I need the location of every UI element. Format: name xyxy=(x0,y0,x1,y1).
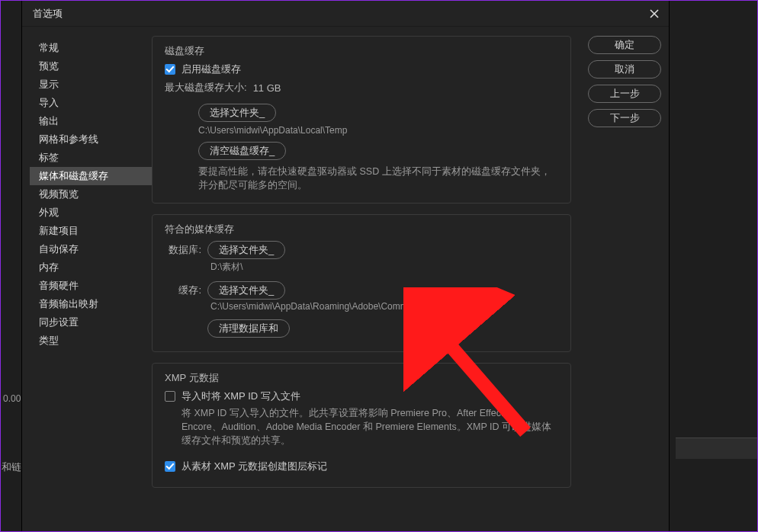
enable-disk-cache-label: 启用磁盘缓存 xyxy=(181,62,241,76)
bg-panel-strip xyxy=(676,437,758,459)
bg-timecode: 0.00 xyxy=(3,393,21,404)
xmp-write-checkbox[interactable] xyxy=(165,391,175,402)
db-label: 数据库: xyxy=(165,243,201,257)
sidebar-item-grids[interactable]: 网格和参考线 xyxy=(30,130,152,149)
xmp-panel: XMP 元数据 导入时将 XMP ID 写入文件 将 XMP ID 写入导入的文… xyxy=(152,363,571,488)
xmp-write-label: 导入时将 XMP ID 写入文件 xyxy=(181,389,300,403)
sidebar-item-new-project[interactable]: 新建项目 xyxy=(30,222,152,240)
sidebar: 常规 预览 显示 导入 输出 网格和参考线 标签 媒体和磁盘缓存 视频预览 外观… xyxy=(30,36,152,524)
clean-db-cache-button[interactable]: 清理数据库和 xyxy=(207,319,290,338)
sidebar-item-output[interactable]: 输出 xyxy=(30,112,152,130)
bg-panel-label: 和链 xyxy=(2,460,21,474)
xmp-write-help: 将 XMP ID 写入导入的文件。此共享设置将影响 Premiere Pro、A… xyxy=(165,406,558,447)
sidebar-item-display[interactable]: 显示 xyxy=(30,75,152,94)
titlebar: 首选项 xyxy=(22,1,669,27)
dialog-buttons: 确定 取消 上一步 下一步 xyxy=(588,36,661,127)
cancel-button[interactable]: 取消 xyxy=(588,60,661,79)
sidebar-item-memory[interactable]: 内存 xyxy=(30,258,152,277)
cache-label: 缓存: xyxy=(165,284,201,297)
media-cache-heading: 符合的媒体缓存 xyxy=(165,223,558,236)
max-cache-label: 最大磁盘缓存大小: xyxy=(165,81,247,95)
sidebar-item-video-preview[interactable]: 视频预览 xyxy=(30,185,152,204)
sidebar-item-sync[interactable]: 同步设置 xyxy=(30,313,152,332)
sidebar-item-audio-output[interactable]: 音频输出映射 xyxy=(30,295,152,313)
max-cache-value[interactable]: 11 GB xyxy=(253,82,281,94)
main-content: 确定 取消 上一步 下一步 磁盘缓存 启用磁盘缓存 最大磁盘缓存大小: 11 G… xyxy=(152,36,661,524)
empty-disk-cache-button[interactable]: 清空磁盘缓存_ xyxy=(198,142,286,160)
disk-cache-help: 要提高性能，请在快速硬盘驱动器或 SSD 上选择不同于素材的磁盘缓存文件夹，并分… xyxy=(165,165,558,192)
preferences-dialog: 首选项 常规 预览 显示 导入 输出 网格和参考线 标签 媒体和磁盘缓存 视频预… xyxy=(21,0,670,532)
dialog-title: 首选项 xyxy=(33,7,63,21)
cache-choose-folder-button[interactable]: 选择文件夹_ xyxy=(207,281,285,300)
xmp-heading: XMP 元数据 xyxy=(165,371,558,385)
sidebar-item-preview[interactable]: 预览 xyxy=(30,57,152,75)
close-icon xyxy=(649,8,660,19)
sidebar-item-import[interactable]: 导入 xyxy=(30,94,152,112)
xmp-layer-markers-checkbox[interactable] xyxy=(165,461,175,472)
enable-disk-cache-checkbox[interactable] xyxy=(165,64,175,75)
disk-cache-path: C:\Users\midwi\AppData\Local\Temp xyxy=(165,125,558,136)
sidebar-item-audio-hw[interactable]: 音频硬件 xyxy=(30,277,152,295)
sidebar-item-autosave[interactable]: 自动保存 xyxy=(30,240,152,258)
cache-path: C:\Users\midwi\AppData\Roaming\Adobe\Com… xyxy=(165,301,558,312)
disk-cache-heading: 磁盘缓存 xyxy=(165,44,558,58)
sidebar-item-type[interactable]: 类型 xyxy=(30,332,152,350)
db-choose-folder-button[interactable]: 选择文件夹_ xyxy=(207,241,285,259)
prev-button[interactable]: 上一步 xyxy=(588,85,661,103)
disk-cache-choose-folder-button[interactable]: 选择文件夹_ xyxy=(198,104,276,122)
ok-button[interactable]: 确定 xyxy=(588,36,661,54)
sidebar-item-labels[interactable]: 标签 xyxy=(30,149,152,167)
sidebar-item-appearance[interactable]: 外观 xyxy=(30,204,152,222)
enable-disk-cache-row: 启用磁盘缓存 xyxy=(165,62,558,76)
media-cache-panel: 符合的媒体缓存 数据库: 选择文件夹_ D:\素材\ 缓存: 选择文件夹_ C:… xyxy=(152,214,571,352)
db-path: D:\素材\ xyxy=(165,261,558,274)
sidebar-item-media-disk-cache[interactable]: 媒体和磁盘缓存 xyxy=(30,167,152,185)
sidebar-item-general[interactable]: 常规 xyxy=(30,39,152,57)
next-button[interactable]: 下一步 xyxy=(588,109,661,127)
xmp-layer-markers-label: 从素材 XMP 元数据创建图层标记 xyxy=(181,460,327,473)
close-button[interactable] xyxy=(647,7,661,21)
disk-cache-panel: 磁盘缓存 启用磁盘缓存 最大磁盘缓存大小: 11 GB 选择文件夹_ C:\Us… xyxy=(152,36,571,204)
